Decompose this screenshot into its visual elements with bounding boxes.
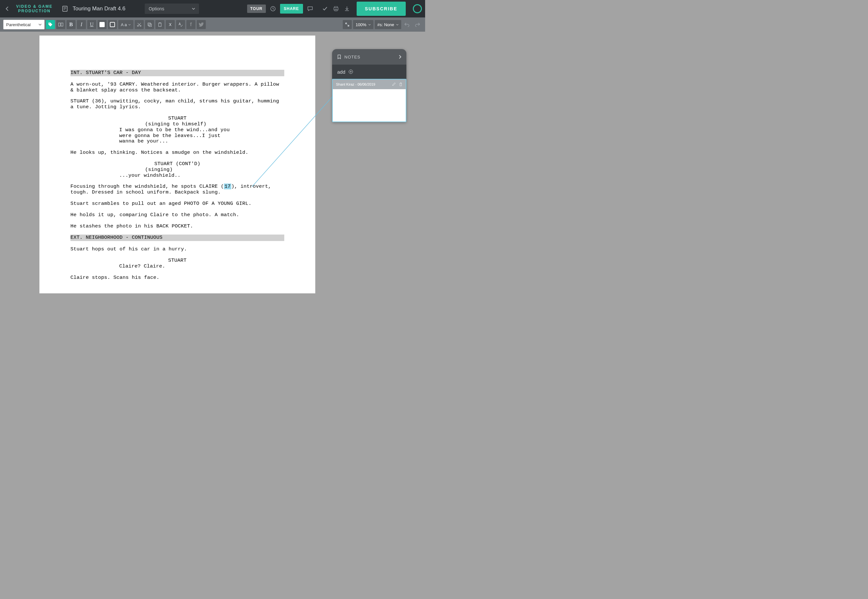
download-icon[interactable]	[343, 6, 351, 12]
svg-rect-15	[159, 23, 161, 27]
note-card[interactable]: Shant Kiraz - 06/06/2019	[332, 79, 406, 122]
note-anchor[interactable]: 17	[224, 184, 231, 189]
chevron-down-icon	[396, 24, 399, 26]
twitter-share-button[interactable]	[197, 20, 206, 29]
document-title: Touring Man Draft 4.6	[73, 6, 125, 12]
character-name[interactable]: STUART	[113, 258, 242, 263]
redo-button[interactable]	[413, 20, 422, 29]
svg-rect-14	[149, 24, 152, 27]
action-text[interactable]: Claire stops. Scans his face.	[71, 275, 284, 281]
bookmark-icon	[337, 54, 341, 59]
parenthetical[interactable]: (singing to himself)	[135, 122, 219, 127]
spellcheck-button[interactable]: A	[176, 20, 185, 29]
zoom-dropdown[interactable]: 100%	[353, 20, 373, 29]
highlight-color-button[interactable]	[98, 20, 107, 29]
action-text[interactable]: He holds it up, comparing Claire to the …	[71, 212, 284, 218]
svg-rect-0	[63, 6, 67, 11]
find-replace-button[interactable]	[166, 20, 175, 29]
chevron-right-icon	[399, 55, 401, 59]
check-icon[interactable]	[321, 6, 329, 12]
parenthetical[interactable]: (singing)	[135, 167, 219, 173]
action-text[interactable]: He stashes the photo in his BACK POCKET.	[71, 224, 284, 229]
chevron-left-icon	[6, 6, 9, 11]
svg-rect-13	[148, 23, 150, 26]
scene-heading[interactable]: EXT. NEIGHBORHOOD - CONTINUOUS	[71, 235, 284, 241]
undo-button[interactable]	[403, 20, 412, 29]
back-button[interactable]	[3, 5, 11, 13]
avatar[interactable]	[413, 4, 422, 13]
chevron-down-icon	[192, 8, 195, 10]
subscribe-button[interactable]: SUBSCRIBE	[357, 2, 406, 16]
action-text[interactable]: Stuart scrambles to pull out an aged PHO…	[71, 201, 284, 207]
copy-button[interactable]	[145, 20, 154, 29]
format-toolbar: Parenthetical B I U A a A	[0, 17, 425, 32]
comment-icon[interactable]	[306, 6, 314, 12]
scene-numbering-dropdown[interactable]: #s: None	[375, 20, 401, 29]
text-case-button[interactable]: A a	[118, 20, 134, 29]
dialogue[interactable]: ...your windshield..	[119, 173, 236, 179]
history-icon[interactable]	[269, 6, 277, 12]
svg-rect-6	[334, 8, 338, 10]
svg-rect-5	[334, 6, 338, 8]
action-text[interactable]: He looks up, thinking. Notices a smudge …	[71, 150, 284, 156]
edit-icon[interactable]	[392, 83, 396, 86]
chevron-down-icon	[368, 24, 371, 26]
script-page[interactable]: INT. STUART'S CAR - DAY A worn-out, '93 …	[39, 36, 315, 293]
fullscreen-button[interactable]	[343, 20, 352, 29]
action-text[interactable]: Focusing through the windshield, he spot…	[71, 184, 284, 196]
underline-button[interactable]: U	[87, 20, 96, 29]
add-note-button[interactable]: add	[332, 65, 406, 79]
character-name[interactable]: STUART	[113, 116, 242, 122]
document-icon	[62, 6, 68, 12]
share-button[interactable]: SHARE	[280, 4, 303, 14]
dialogue[interactable]: I was gonna to be the wind...and you wer…	[119, 127, 236, 144]
svg-rect-16	[159, 23, 161, 23]
notes-panel: NOTES add Shant Kiraz - 06/06/2019	[332, 49, 406, 122]
scene-heading[interactable]: INT. STUART'S CAR - DAY	[71, 70, 284, 76]
action-text[interactable]: Stuart hops out of his car in a hurry.	[71, 247, 284, 252]
action-text[interactable]: STUART (36), unwitting, cocky, man child…	[71, 99, 284, 110]
action-text[interactable]: A worn-out, '93 CAMRY. Weathered interio…	[71, 82, 284, 93]
bold-button[interactable]: B	[66, 20, 75, 29]
paste-button[interactable]	[155, 20, 164, 29]
print-icon[interactable]	[332, 6, 340, 12]
note-card-header: Shant Kiraz - 06/06/2019	[333, 80, 406, 89]
facebook-share-button[interactable]: f	[187, 20, 196, 29]
editor-workspace: INT. STUART'S CAR - DAY A worn-out, '93 …	[0, 32, 425, 293]
element-type-dropdown[interactable]: Parenthetical	[3, 20, 45, 29]
character-name[interactable]: STUART (CONT'D)	[113, 161, 242, 167]
tag-tool-button[interactable]	[46, 20, 55, 29]
svg-rect-9	[59, 23, 60, 26]
chevron-down-icon	[38, 24, 42, 26]
dual-dialog-button[interactable]	[56, 20, 65, 29]
italic-button[interactable]: I	[77, 20, 86, 29]
brand-label: VIDEO & GAME PRODUCTION	[16, 4, 53, 14]
options-dropdown[interactable]: Options	[145, 3, 199, 14]
note-card-body[interactable]	[333, 89, 406, 122]
svg-point-8	[49, 23, 50, 24]
cut-button[interactable]	[135, 20, 144, 29]
note-author-date: Shant Kiraz - 06/06/2019	[336, 83, 375, 86]
text-color-button[interactable]	[108, 20, 117, 29]
chevron-down-icon	[128, 24, 131, 26]
svg-text:A: A	[179, 22, 181, 26]
notes-panel-header[interactable]: NOTES	[332, 49, 406, 65]
tour-button[interactable]: TOUR	[247, 5, 266, 13]
dialogue[interactable]: Claire? Claire.	[119, 263, 236, 269]
plus-circle-icon	[349, 69, 353, 74]
svg-rect-10	[61, 23, 63, 26]
delete-icon[interactable]	[399, 83, 403, 86]
app-header: VIDEO & GAME PRODUCTION Touring Man Draf…	[0, 0, 425, 17]
